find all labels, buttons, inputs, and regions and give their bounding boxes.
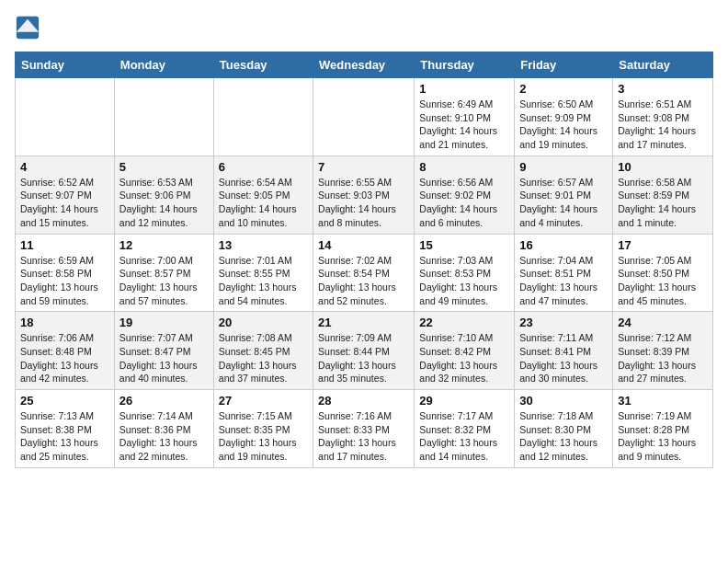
calendar-cell: 4Sunrise: 6:52 AM Sunset: 9:07 PM Daylig… <box>16 155 115 234</box>
calendar-cell: 29Sunrise: 7:17 AM Sunset: 8:32 PM Dayli… <box>415 390 515 468</box>
calendar-cell: 23Sunrise: 7:11 AM Sunset: 8:41 PM Dayli… <box>515 312 613 390</box>
day-number: 10 <box>618 160 708 174</box>
day-number: 15 <box>419 238 509 252</box>
day-info: Sunrise: 7:06 AM Sunset: 8:48 PM Dayligh… <box>20 331 109 385</box>
day-info: Sunrise: 7:08 AM Sunset: 8:45 PM Dayligh… <box>219 331 308 385</box>
calendar-cell: 13Sunrise: 7:01 AM Sunset: 8:55 PM Dayli… <box>213 234 313 312</box>
day-number: 19 <box>119 316 209 329</box>
day-info: Sunrise: 7:02 AM Sunset: 8:54 PM Dayligh… <box>318 254 409 308</box>
calendar-cell: 14Sunrise: 7:02 AM Sunset: 8:54 PM Dayli… <box>313 234 415 312</box>
calendar-table: SundayMondayTuesdayWednesdayThursdayFrid… <box>15 52 713 468</box>
day-number: 27 <box>219 394 308 408</box>
calendar-cell <box>213 78 313 156</box>
col-header-tuesday: Tuesday <box>213 52 313 78</box>
day-number: 8 <box>419 160 509 174</box>
page-header <box>15 15 713 40</box>
day-info: Sunrise: 7:07 AM Sunset: 8:47 PM Dayligh… <box>119 331 209 385</box>
day-number: 9 <box>519 160 608 174</box>
day-info: Sunrise: 7:16 AM Sunset: 8:33 PM Dayligh… <box>318 409 409 464</box>
calendar-week-5: 25Sunrise: 7:13 AM Sunset: 8:38 PM Dayli… <box>16 390 713 468</box>
calendar-cell: 17Sunrise: 7:05 AM Sunset: 8:50 PM Dayli… <box>613 234 713 312</box>
calendar-cell <box>16 78 115 156</box>
day-info: Sunrise: 6:52 AM Sunset: 9:07 PM Dayligh… <box>20 176 109 230</box>
day-info: Sunrise: 6:50 AM Sunset: 9:09 PM Dayligh… <box>519 98 608 152</box>
day-number: 4 <box>20 160 109 174</box>
day-number: 20 <box>219 316 308 329</box>
day-info: Sunrise: 6:51 AM Sunset: 9:08 PM Dayligh… <box>618 98 708 152</box>
day-info: Sunrise: 6:59 AM Sunset: 8:58 PM Dayligh… <box>20 254 109 308</box>
calendar-cell: 30Sunrise: 7:18 AM Sunset: 8:30 PM Dayli… <box>515 390 613 468</box>
calendar-week-3: 11Sunrise: 6:59 AM Sunset: 8:58 PM Dayli… <box>16 234 713 312</box>
calendar-week-1: 1Sunrise: 6:49 AM Sunset: 9:10 PM Daylig… <box>16 78 713 156</box>
day-info: Sunrise: 7:10 AM Sunset: 8:42 PM Dayligh… <box>419 331 509 385</box>
day-number: 7 <box>318 160 409 174</box>
calendar-cell: 10Sunrise: 6:58 AM Sunset: 8:59 PM Dayli… <box>613 155 713 234</box>
day-info: Sunrise: 7:19 AM Sunset: 8:28 PM Dayligh… <box>618 409 708 464</box>
col-header-friday: Friday <box>515 52 613 78</box>
calendar-cell: 24Sunrise: 7:12 AM Sunset: 8:39 PM Dayli… <box>613 312 713 390</box>
calendar-cell: 16Sunrise: 7:04 AM Sunset: 8:51 PM Dayli… <box>515 234 613 312</box>
calendar-cell: 20Sunrise: 7:08 AM Sunset: 8:45 PM Dayli… <box>213 312 313 390</box>
day-number: 21 <box>318 316 409 329</box>
day-number: 29 <box>419 394 509 408</box>
calendar-cell: 9Sunrise: 6:57 AM Sunset: 9:01 PM Daylig… <box>515 155 613 234</box>
day-info: Sunrise: 6:53 AM Sunset: 9:06 PM Dayligh… <box>119 176 209 230</box>
col-header-sunday: Sunday <box>16 52 115 78</box>
calendar-cell: 31Sunrise: 7:19 AM Sunset: 8:28 PM Dayli… <box>613 390 713 468</box>
day-info: Sunrise: 7:13 AM Sunset: 8:38 PM Dayligh… <box>20 409 109 464</box>
day-number: 23 <box>519 316 608 329</box>
day-number: 17 <box>618 238 708 252</box>
day-info: Sunrise: 7:04 AM Sunset: 8:51 PM Dayligh… <box>519 254 608 308</box>
calendar-cell: 27Sunrise: 7:15 AM Sunset: 8:35 PM Dayli… <box>213 390 313 468</box>
logo <box>15 15 44 40</box>
calendar-cell: 11Sunrise: 6:59 AM Sunset: 8:58 PM Dayli… <box>16 234 115 312</box>
day-number: 2 <box>519 82 608 96</box>
day-number: 3 <box>618 82 708 96</box>
calendar-cell: 3Sunrise: 6:51 AM Sunset: 9:08 PM Daylig… <box>613 78 713 156</box>
day-info: Sunrise: 7:17 AM Sunset: 8:32 PM Dayligh… <box>419 409 509 464</box>
day-number: 18 <box>20 316 109 329</box>
calendar-cell: 19Sunrise: 7:07 AM Sunset: 8:47 PM Dayli… <box>114 312 213 390</box>
day-number: 12 <box>119 238 209 252</box>
calendar-cell: 15Sunrise: 7:03 AM Sunset: 8:53 PM Dayli… <box>415 234 515 312</box>
day-info: Sunrise: 7:00 AM Sunset: 8:57 PM Dayligh… <box>119 254 209 308</box>
day-number: 16 <box>519 238 608 252</box>
day-number: 14 <box>318 238 409 252</box>
day-info: Sunrise: 6:57 AM Sunset: 9:01 PM Dayligh… <box>519 176 608 230</box>
day-number: 5 <box>119 160 209 174</box>
day-number: 1 <box>419 82 509 96</box>
logo-icon <box>15 15 40 40</box>
day-info: Sunrise: 7:11 AM Sunset: 8:41 PM Dayligh… <box>519 331 608 385</box>
col-header-monday: Monday <box>114 52 213 78</box>
day-number: 28 <box>318 394 409 408</box>
calendar-cell: 22Sunrise: 7:10 AM Sunset: 8:42 PM Dayli… <box>415 312 515 390</box>
day-info: Sunrise: 7:01 AM Sunset: 8:55 PM Dayligh… <box>219 254 308 308</box>
calendar-cell: 28Sunrise: 7:16 AM Sunset: 8:33 PM Dayli… <box>313 390 415 468</box>
day-info: Sunrise: 7:12 AM Sunset: 8:39 PM Dayligh… <box>618 331 708 385</box>
calendar-cell: 12Sunrise: 7:00 AM Sunset: 8:57 PM Dayli… <box>114 234 213 312</box>
day-number: 30 <box>519 394 608 408</box>
calendar-week-2: 4Sunrise: 6:52 AM Sunset: 9:07 PM Daylig… <box>16 155 713 234</box>
day-info: Sunrise: 7:09 AM Sunset: 8:44 PM Dayligh… <box>318 331 409 385</box>
day-number: 13 <box>219 238 308 252</box>
day-info: Sunrise: 6:58 AM Sunset: 8:59 PM Dayligh… <box>618 176 708 230</box>
calendar-cell: 8Sunrise: 6:56 AM Sunset: 9:02 PM Daylig… <box>415 155 515 234</box>
day-number: 11 <box>20 238 109 252</box>
calendar-cell <box>114 78 213 156</box>
day-info: Sunrise: 6:49 AM Sunset: 9:10 PM Dayligh… <box>419 98 509 152</box>
day-number: 6 <box>219 160 308 174</box>
calendar-cell <box>313 78 415 156</box>
day-info: Sunrise: 6:56 AM Sunset: 9:02 PM Dayligh… <box>419 176 509 230</box>
col-header-wednesday: Wednesday <box>313 52 415 78</box>
calendar-cell: 1Sunrise: 6:49 AM Sunset: 9:10 PM Daylig… <box>415 78 515 156</box>
day-number: 31 <box>618 394 708 408</box>
day-info: Sunrise: 7:05 AM Sunset: 8:50 PM Dayligh… <box>618 254 708 308</box>
calendar-cell: 6Sunrise: 6:54 AM Sunset: 9:05 PM Daylig… <box>213 155 313 234</box>
day-info: Sunrise: 7:14 AM Sunset: 8:36 PM Dayligh… <box>119 409 209 464</box>
calendar-cell: 26Sunrise: 7:14 AM Sunset: 8:36 PM Dayli… <box>114 390 213 468</box>
col-header-thursday: Thursday <box>415 52 515 78</box>
day-info: Sunrise: 7:18 AM Sunset: 8:30 PM Dayligh… <box>519 409 608 464</box>
calendar-cell: 18Sunrise: 7:06 AM Sunset: 8:48 PM Dayli… <box>16 312 115 390</box>
day-number: 24 <box>618 316 708 329</box>
day-number: 25 <box>20 394 109 408</box>
